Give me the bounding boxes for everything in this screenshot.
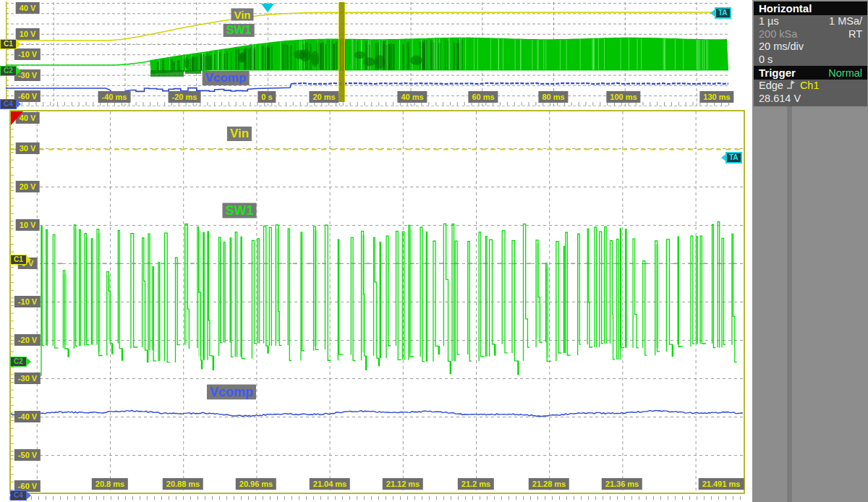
overview-x-axis-label: 60 ms xyxy=(468,91,498,103)
overview-x-axis-label: -40 ms xyxy=(98,91,131,103)
main-y-axis-label: -20 V xyxy=(14,334,41,346)
overview-trace-label-vcomp[interactable]: Vcomp xyxy=(203,71,250,85)
timebase: 20 ms/div xyxy=(759,41,804,54)
main-x-axis-label: 21.2 ms xyxy=(458,478,494,490)
main-trace-label-vin[interactable]: Vin xyxy=(227,127,252,141)
overview-y-axis-label: 10 V xyxy=(16,28,40,40)
overview-x-axis-label: 80 ms xyxy=(538,91,568,103)
overview-x-axis-label: 100 ms xyxy=(606,91,640,103)
acq-mode: RT xyxy=(848,28,862,41)
overview-channel-marker-c1[interactable]: C1 xyxy=(0,39,17,49)
channel-rail xyxy=(787,103,792,502)
zoom-region-bar[interactable] xyxy=(339,2,345,102)
record-row: 200 kSa RT xyxy=(754,28,867,41)
main-y-axis-label: -50 V xyxy=(14,449,41,461)
trigger-type-row: Edge Ch1 xyxy=(754,80,867,93)
sample-rate: 1 MSa/ xyxy=(829,15,862,28)
main-x-axis-label: 20.88 ms xyxy=(163,478,203,490)
main-y-axis-label: -40 V xyxy=(14,411,41,422)
overview-trace-label-vin[interactable]: Vin xyxy=(231,9,253,21)
main-x-axis-label: 21.491 ms xyxy=(699,478,744,490)
bottom-tick-strip xyxy=(9,496,745,500)
overview-x-axis-label: 20 ms xyxy=(309,91,339,103)
overview-x-axis-label: 130 ms xyxy=(699,91,733,103)
overview-trace-label-sw1[interactable]: SW1 xyxy=(224,24,255,37)
trigger-level: 28.614 V xyxy=(759,93,801,106)
main-y-axis-label: 20 V xyxy=(16,181,40,192)
main-x-axis-label: 21.28 ms xyxy=(529,478,569,490)
overview-x-axis-label: 40 ms xyxy=(397,91,427,103)
main-x-axis-label: 20.8 ms xyxy=(92,478,128,490)
trigger-header[interactable]: Trigger Normal xyxy=(754,66,867,80)
overview-y-axis-label: 40 V xyxy=(16,2,40,14)
overview-channel-marker-c2[interactable]: C2 xyxy=(0,66,17,76)
main-channel-marker-c1[interactable]: C1 xyxy=(10,255,27,265)
horizontal-panel[interactable]: Horizontal 1 µs 1 MSa/ 200 kSa RT 20 ms/… xyxy=(754,1,867,106)
horizontal-header: Horizontal xyxy=(754,1,867,15)
main-y-axis-label: 30 V xyxy=(16,142,40,154)
oscilloscope-app: 40 V10 V-10 V-30 V-60 V-40 ms-20 ms0 s20… xyxy=(0,0,868,502)
main-y-axis-label: 10 V xyxy=(16,219,40,231)
rising-edge-icon xyxy=(786,80,797,93)
trigger-mode: Normal xyxy=(828,67,862,79)
trigger-corner-flag-icon xyxy=(11,111,23,125)
main-trace-label-vcomp[interactable]: Vcomp xyxy=(207,385,256,400)
horizontal-title: Horizontal xyxy=(759,2,812,14)
delay: 0 s xyxy=(759,54,773,67)
sample-interval: 1 µs xyxy=(759,15,779,28)
main-ta-tag[interactable]: TA xyxy=(726,152,742,163)
trigger-level-row: 28.614 V xyxy=(754,93,867,106)
main-x-axis-label: 20.96 ms xyxy=(236,478,276,490)
trigger-source: Ch1 xyxy=(800,80,820,93)
overview-x-axis-label: -20 ms xyxy=(169,91,201,103)
overview-channel-marker-c4[interactable]: C4 xyxy=(0,99,17,109)
trigger-time-marker-icon[interactable] xyxy=(261,4,274,12)
main-y-axis-label: -10 V xyxy=(14,296,41,307)
delay-row: 0 s xyxy=(754,54,867,67)
main-x-axis-label: 21.36 ms xyxy=(602,478,642,490)
main-channel-marker-c4[interactable]: C4 xyxy=(10,490,27,501)
record-length: 200 kSa xyxy=(759,28,797,41)
trigger-type: Edge xyxy=(759,80,783,93)
main-waveform-canvas[interactable] xyxy=(9,110,745,494)
timebase-row: 20 ms/div xyxy=(754,41,867,54)
main-x-axis-label: 21.04 ms xyxy=(310,478,350,490)
main-x-axis-label: 21.12 ms xyxy=(383,478,423,490)
main-y-axis-label: -30 V xyxy=(14,373,41,384)
main-trace-label-sw1[interactable]: SW1 xyxy=(222,203,256,218)
overview-ta-tag[interactable]: TA xyxy=(715,7,731,19)
sample-row: 1 µs 1 MSa/ xyxy=(754,15,867,28)
sidebar: Horizontal 1 µs 1 MSa/ 200 kSa RT 20 ms/… xyxy=(752,0,868,502)
overview-x-axis-label: 0 s xyxy=(258,91,276,103)
trigger-title: Trigger xyxy=(759,67,796,79)
main-channel-marker-c2[interactable]: C2 xyxy=(10,357,27,367)
overview-y-axis-label: -10 V xyxy=(14,48,41,60)
